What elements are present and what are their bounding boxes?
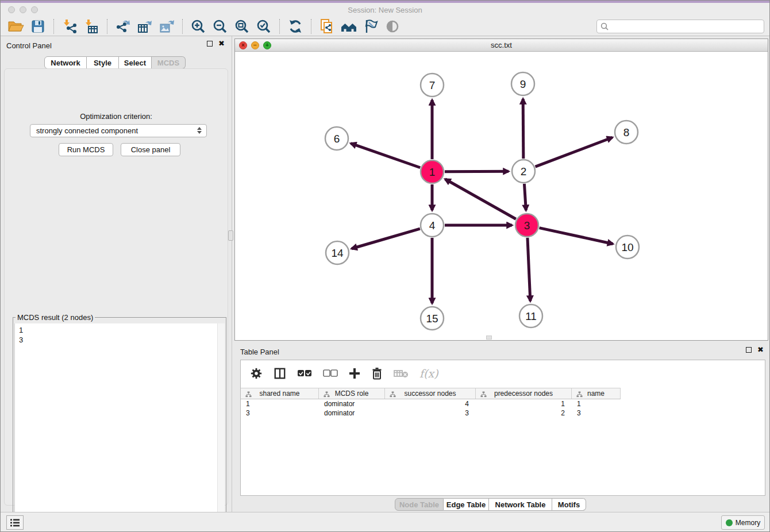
tab-motifs[interactable]: Motifs xyxy=(552,498,586,511)
search-input[interactable] xyxy=(609,22,760,30)
edge-1-6[interactable] xyxy=(351,144,421,168)
gear-icon xyxy=(250,367,263,380)
graph-node-label-1: 1 xyxy=(429,166,436,178)
tab-network[interactable]: Network xyxy=(44,56,87,69)
tab-select[interactable]: Select xyxy=(119,56,152,69)
edge-2-8[interactable] xyxy=(536,137,613,167)
unselect-all-button[interactable] xyxy=(323,369,338,377)
graph-node-label-15: 15 xyxy=(426,313,438,325)
zoom-fit-icon xyxy=(234,19,249,34)
search-box[interactable] xyxy=(596,20,764,33)
hide-graphics-button[interactable] xyxy=(360,18,382,35)
column-header-shared-name[interactable]: shared name xyxy=(241,388,319,399)
zoom-in-button[interactable] xyxy=(187,18,209,35)
duplicate-network-button[interactable] xyxy=(316,18,338,35)
select-all-button[interactable] xyxy=(297,369,312,377)
result-scrollbar[interactable] xyxy=(217,323,225,532)
network-canvas[interactable]: 7968124314101511 xyxy=(235,52,768,340)
eye-button[interactable] xyxy=(382,18,403,35)
criterion-select[interactable]: strongly connected component xyxy=(30,124,207,137)
run-mcds-button[interactable]: Run MCDS xyxy=(59,143,113,156)
export-image-button[interactable] xyxy=(156,18,178,35)
tab-node-table[interactable]: Node Table xyxy=(395,498,444,511)
tab-mcds[interactable]: MCDS xyxy=(152,56,186,69)
create-column-button[interactable] xyxy=(349,368,360,379)
table-row[interactable]: 3dominator323 xyxy=(241,408,621,418)
import-network-button[interactable] xyxy=(59,18,80,35)
table-cell: 1 xyxy=(572,399,621,408)
column-header-name[interactable]: name xyxy=(572,388,621,399)
import-table-button[interactable] xyxy=(80,18,102,35)
edge-4-14[interactable] xyxy=(352,229,420,249)
table-panel-title: Table Panel xyxy=(240,348,279,356)
plus-icon xyxy=(349,368,360,379)
graph-node-label-2: 2 xyxy=(521,165,527,178)
task-history-button[interactable] xyxy=(6,515,24,530)
zoom-selected-button[interactable] xyxy=(253,18,275,35)
control-panel: Control Panel ✖ NetworkStyleSelectMCDS O… xyxy=(1,36,232,512)
float-panel-icon[interactable] xyxy=(207,41,213,47)
show-columns-button[interactable] xyxy=(274,367,286,380)
table-row[interactable]: 1dominator411 xyxy=(241,399,621,408)
table-panel: Table Panel ✖ xyxy=(234,342,770,512)
column-header-MCDS-role[interactable]: MCDS role xyxy=(319,388,385,399)
columns-icon xyxy=(274,367,286,380)
network-window-titlebar[interactable]: × − + scc.txt xyxy=(235,39,768,52)
edge-3-10[interactable] xyxy=(539,228,613,244)
table-toolbar: f(x) xyxy=(241,360,765,387)
apply-layout-button[interactable] xyxy=(284,18,306,35)
export-network-button[interactable] xyxy=(112,18,134,35)
titlebar: Session: New Session xyxy=(1,3,769,17)
close-panel-icon[interactable]: ✖ xyxy=(218,41,225,47)
home-button[interactable] xyxy=(338,18,360,35)
table-body: 1dominator4113dominator323 xyxy=(241,399,621,418)
table-settings-button[interactable] xyxy=(250,367,263,380)
zoom-fit-button[interactable] xyxy=(231,18,253,35)
control-panel-tabs: NetworkStyleSelectMCDS xyxy=(44,56,186,69)
splitter-handle[interactable] xyxy=(228,230,233,241)
close-table-panel-icon[interactable]: ✖ xyxy=(757,347,764,353)
mcds-result-area[interactable]: 1 3 xyxy=(14,323,225,532)
export-table-button[interactable] xyxy=(134,18,156,35)
save-session-button[interactable] xyxy=(27,18,49,35)
table-cell: 1 xyxy=(476,399,572,408)
edge-3-1[interactable] xyxy=(445,179,516,219)
eye-icon xyxy=(385,19,400,34)
graph-node-label-8: 8 xyxy=(623,126,630,138)
tab-style[interactable]: Style xyxy=(87,56,119,69)
close-panel-button[interactable]: Close panel xyxy=(121,143,180,156)
network-scroll-grip[interactable] xyxy=(486,336,492,340)
edge-2-3[interactable] xyxy=(524,184,526,210)
mcds-result-group: MCDS result (2 nodes) 1 3 xyxy=(13,317,226,532)
edge-2-9[interactable] xyxy=(523,99,523,159)
memory-button[interactable]: Memory xyxy=(721,515,765,530)
open-session-button[interactable] xyxy=(5,18,27,35)
tab-network-table[interactable]: Network Table xyxy=(489,498,552,511)
home-icon xyxy=(340,20,357,33)
select-all-icon xyxy=(297,369,312,377)
delete-column-button[interactable] xyxy=(371,367,383,380)
tab-edge-table[interactable]: Edge Table xyxy=(444,498,489,511)
table-cell: 3 xyxy=(241,408,319,418)
zoom-out-button[interactable] xyxy=(209,18,231,35)
application-window: Session: New Session xyxy=(0,0,770,532)
mcds-tab-content: Optimization criterion: strongly connect… xyxy=(4,68,228,506)
edge-1-2[interactable] xyxy=(445,171,509,172)
session-title: Session: New Session xyxy=(1,6,769,14)
column-header-successor-nodes[interactable]: successor nodes xyxy=(385,388,476,399)
float-table-panel-icon[interactable] xyxy=(746,347,752,353)
unselect-all-icon xyxy=(323,369,338,377)
table-cell: 3 xyxy=(572,408,621,418)
column-header-predecessor-nodes[interactable]: predecessor nodes xyxy=(476,388,572,399)
zoom-selected-icon xyxy=(256,19,271,34)
delete-table-button xyxy=(394,369,409,378)
edge-3-11[interactable] xyxy=(528,238,530,301)
graph-node-label-10: 10 xyxy=(621,241,633,253)
network-window-title: scc.txt xyxy=(235,41,768,49)
table-cell: dominator xyxy=(319,399,385,408)
flag-icon xyxy=(363,19,378,34)
network-graph[interactable]: 7968124314101511 xyxy=(235,52,768,341)
select-stepper-icon xyxy=(197,127,202,134)
trash-icon xyxy=(371,367,383,380)
graph-node-label-6: 6 xyxy=(334,133,340,145)
